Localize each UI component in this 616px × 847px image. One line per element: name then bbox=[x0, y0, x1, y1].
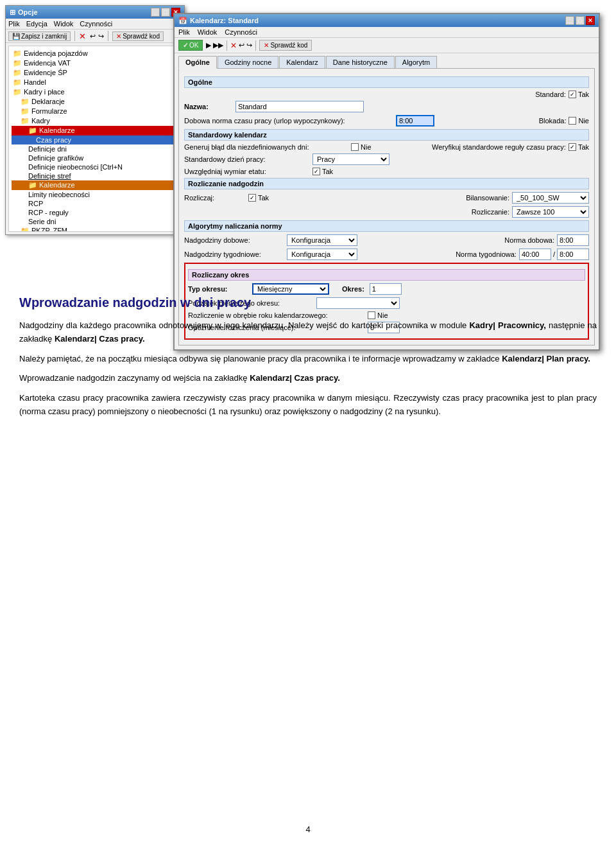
opcje-minimize-btn[interactable]: _ bbox=[151, 8, 160, 17]
standardowy-dzien-row: Standardowy dzień pracy: Pracy bbox=[184, 153, 589, 165]
rozliczanie-select[interactable]: Zawsze 100 bbox=[512, 206, 589, 218]
ok-check-icon: ✓ bbox=[183, 42, 188, 49]
nad-dobowe-select[interactable]: Konfiguracja bbox=[287, 234, 357, 246]
typ-okresu-row: Typ okresu: Miesięczny Okres: bbox=[188, 283, 585, 295]
tree-rcp-reguly[interactable]: RCP - reguły bbox=[12, 208, 178, 217]
tree-definicje-grafikow[interactable]: Definicje grafików bbox=[12, 153, 178, 162]
para2: Należy pamiętać, że na początku miesiąca… bbox=[19, 353, 597, 366]
tab-algorytm[interactable]: Algorytm bbox=[395, 56, 437, 68]
undo-icon[interactable]: ↩ bbox=[90, 32, 96, 40]
tree-rcp[interactable]: RCP bbox=[12, 199, 178, 208]
tree-ewidencje-sp[interactable]: 📁Ewidencje ŚP bbox=[12, 68, 178, 78]
std-dzien-select[interactable]: Pracy bbox=[312, 153, 389, 165]
kal-menu-czynnosci[interactable]: Czynności bbox=[225, 28, 257, 36]
uwzgledniaj-row: Uwzględniaj wymiar etatu: Tak bbox=[184, 168, 589, 175]
tree-kadry-place[interactable]: 📁Kadry i płace bbox=[12, 87, 178, 97]
rozliczaj-checkbox[interactable] bbox=[248, 194, 256, 202]
opcje-check-code-btn[interactable]: ✕ Sprawdź kod bbox=[112, 31, 164, 41]
kal-ok-btn[interactable]: ✓ OK bbox=[178, 40, 203, 51]
kal-cancel-icon[interactable]: ✕ bbox=[230, 41, 237, 50]
tree-limity[interactable]: Limity nieobecności bbox=[12, 190, 178, 199]
redo-icon[interactable]: ↪ bbox=[98, 32, 104, 40]
typ-okresu-select[interactable]: Miesięczny bbox=[252, 283, 329, 295]
section-algorytmy-header: Algorytmy naliczania normy bbox=[184, 220, 589, 232]
norma-dobowa-input[interactable] bbox=[557, 234, 589, 246]
standard-checkbox[interactable] bbox=[569, 91, 576, 98]
opcje-menu-plik[interactable]: Plik bbox=[8, 20, 20, 28]
tree-kalendarze-highlighted[interactable]: 📁Kalendarze bbox=[12, 126, 178, 135]
opcje-maximize-btn[interactable]: □ bbox=[161, 8, 170, 17]
page-heading: Wprowadzanie nadgodzin w dni pracy bbox=[19, 295, 597, 310]
kal-check-icon: ✕ bbox=[264, 42, 269, 49]
tab-dane-historyczne[interactable]: Dane historyczne bbox=[326, 56, 395, 68]
section-standardowy-header: Standardowy kalendarz bbox=[184, 129, 589, 141]
section-ogolne-header: Ogólne bbox=[184, 76, 589, 88]
weryfikuj-checkbox[interactable] bbox=[569, 143, 576, 151]
kal-minimize-btn[interactable]: _ bbox=[565, 16, 574, 25]
kal-close-btn[interactable]: ✕ bbox=[586, 16, 595, 25]
uwzgledniaj-val: Tak bbox=[322, 168, 333, 175]
tree-handel[interactable]: 📁Handel bbox=[12, 78, 178, 87]
nad-tyg-select[interactable]: Konfiguracja bbox=[287, 249, 357, 260]
opcje-menu-widok[interactable]: Widok bbox=[54, 20, 74, 28]
folder-icon: 📁 bbox=[13, 88, 22, 96]
tabs-bar: Ogólne Godziny nocne Kalendarz Dane hist… bbox=[175, 53, 599, 68]
blokada-val: Nie bbox=[578, 117, 589, 125]
folder-icon: 📁 bbox=[13, 59, 22, 67]
tab-kalendarz[interactable]: Kalendarz bbox=[279, 56, 325, 68]
tab-ogolne[interactable]: Ogólne bbox=[178, 56, 217, 69]
uwzgledniaj-checkbox[interactable] bbox=[312, 168, 320, 175]
tree-definicje-nieobecnosci[interactable]: Definicje nieobecności [Ctrl+N bbox=[12, 162, 178, 171]
tree-definicje-dni[interactable]: Definicje dni bbox=[12, 144, 178, 153]
blokada-checkbox[interactable] bbox=[569, 117, 576, 125]
opcje-save-close-btn[interactable]: 💾 Zapisz i zamknij bbox=[8, 31, 71, 41]
kal-undo-icon[interactable]: ↩ bbox=[239, 41, 244, 49]
tab-godziny-nocne[interactable]: Godziny nocne bbox=[218, 56, 278, 68]
tree-serie-dni[interactable]: Serie dni bbox=[12, 217, 178, 226]
tree-deklaracje[interactable]: 📁Deklaracje bbox=[12, 97, 178, 107]
standard-row: Standard: Tak bbox=[184, 91, 589, 98]
standard-label: Standard: bbox=[535, 91, 566, 98]
cancel-icon[interactable]: ✕ bbox=[79, 31, 86, 41]
generuj-checkbox[interactable] bbox=[351, 143, 359, 151]
dobowa-label: Dobowa norma czasu pracy (urlop wypoczyn… bbox=[184, 117, 396, 125]
nad-dobowe-label: Nadgodziny dobowe: bbox=[184, 236, 287, 244]
tree-formularze[interactable]: 📁Formularze bbox=[12, 107, 178, 116]
folder-icon: 📁 bbox=[13, 69, 22, 76]
opcje-menu-czynnosci[interactable]: Czynności bbox=[80, 20, 112, 28]
sep2 bbox=[108, 31, 108, 41]
tree-definicje-stref[interactable]: Definicje stref bbox=[12, 171, 178, 180]
kal-toolbar: ✓ OK ▶ ▶▶ ✕ ↩ ↪ ✕ Sprawdź kod bbox=[175, 38, 599, 53]
kal-menu-plik[interactable]: Plik bbox=[178, 28, 190, 36]
rozliczaj-row: Rozliczaj: Tak Bilansowanie: _50_100_SW bbox=[184, 192, 589, 204]
opcje-tree[interactable]: 📁Ewidencja pojazdów 📁Ewidencja VAT 📁Ewid… bbox=[8, 46, 182, 232]
kal-redo-icon[interactable]: ↪ bbox=[246, 41, 252, 49]
okres-input[interactable] bbox=[370, 283, 402, 295]
tree-czas-pracy[interactable]: Czas pracy bbox=[12, 135, 178, 144]
opcje-title-icon: ⊞ bbox=[10, 8, 15, 17]
section-rozliczanie-header: Rozliczanie nadgodzin bbox=[184, 178, 589, 189]
opcje-menu-edycja[interactable]: Edycja bbox=[26, 20, 47, 28]
kal-forward-icon[interactable]: ▶ bbox=[206, 41, 211, 49]
kal-menu-widok[interactable]: Widok bbox=[198, 28, 218, 36]
bilansowanie-select[interactable]: _50_100_SW bbox=[512, 192, 589, 204]
tree-pkzp[interactable]: 📁PKZP, ZFM, ... bbox=[12, 226, 178, 232]
tree-ewidencja-pojazdow[interactable]: 📁Ewidencja pojazdów bbox=[12, 49, 178, 58]
tree-ewidencja-vat[interactable]: 📁Ewidencja VAT bbox=[12, 58, 178, 68]
tree-kadry[interactable]: 📁Kadry bbox=[12, 116, 178, 126]
norma-tygodniowa-input2[interactable] bbox=[557, 249, 589, 260]
kal-title-text: Kalendarz: Standard bbox=[190, 17, 259, 24]
norma-tygodniowa-label: Norma tygodniowa: bbox=[456, 250, 517, 258]
nazwa-input[interactable] bbox=[235, 101, 364, 112]
tree-kalendarze2[interactable]: 📁Kalendarze bbox=[12, 180, 178, 190]
page-footer: 4 bbox=[0, 825, 616, 834]
kal-check-code-btn[interactable]: ✕ Sprawdź kod bbox=[259, 40, 312, 51]
kal-maximize-btn[interactable]: □ bbox=[576, 16, 585, 25]
folder-icon: 📁 bbox=[21, 107, 30, 115]
section-rozliczany-header: Rozliczany okres bbox=[188, 269, 585, 281]
para1: Nadgodziny dla każdego pracownika odnoto… bbox=[19, 319, 597, 346]
norma-tygodniowa-input1[interactable] bbox=[519, 249, 551, 260]
dobowa-input[interactable] bbox=[396, 115, 434, 127]
page-content: Wprowadzanie nadgodzin w dni pracy Nadgo… bbox=[19, 295, 597, 425]
kal-forward2-icon[interactable]: ▶▶ bbox=[213, 41, 223, 49]
